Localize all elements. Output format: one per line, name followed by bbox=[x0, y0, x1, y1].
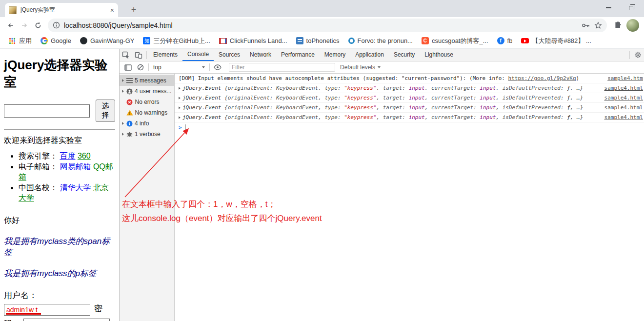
link-360[interactable]: 360 bbox=[78, 152, 91, 160]
console-prompt[interactable]: > bbox=[175, 122, 644, 132]
username-label: 用户名： bbox=[4, 290, 115, 301]
forvo-icon bbox=[348, 38, 355, 44]
page-info-icon[interactable] bbox=[53, 21, 60, 29]
tab-favicon-icon bbox=[9, 6, 17, 14]
bookmark-forvo[interactable]: Forvo: the pronun... bbox=[344, 37, 417, 44]
zhihu-icon: 知 bbox=[143, 37, 150, 44]
annotation-line1: 在文本框中输入了四个：1，w，空格，t； bbox=[122, 197, 322, 211]
tab-network[interactable]: Network bbox=[245, 49, 276, 61]
tab-close-icon[interactable]: × bbox=[110, 6, 114, 14]
devtools-tabbar: Elements Console Sources Network Perform… bbox=[120, 49, 644, 61]
expand-icon[interactable] bbox=[179, 97, 181, 99]
source-link[interactable]: sample4.html bbox=[600, 104, 643, 111]
tab-memory[interactable]: Memory bbox=[320, 49, 350, 61]
tab-elements[interactable]: Elements bbox=[148, 49, 182, 61]
bookmark-facebook[interactable]: f fb bbox=[493, 37, 517, 44]
source-link[interactable]: sample4.html bbox=[600, 114, 643, 120]
select-button[interactable]: 选择 bbox=[96, 100, 115, 122]
source-link[interactable]: sample4.html bbox=[600, 85, 643, 91]
facebook-icon: f bbox=[497, 37, 504, 44]
minimize-button[interactable] bbox=[597, 0, 620, 16]
user-icon bbox=[126, 88, 133, 95]
inspect-element-icon[interactable] bbox=[120, 49, 132, 61]
bookmark-google[interactable]: Google bbox=[36, 37, 76, 44]
bookmark-apps[interactable]: 应用 bbox=[4, 37, 36, 45]
restore-button[interactable] bbox=[620, 0, 642, 16]
expand-icon[interactable] bbox=[122, 90, 124, 93]
sidebar-item-warnings[interactable]: No warnings bbox=[120, 107, 174, 118]
expand-icon[interactable] bbox=[179, 87, 181, 89]
url-bar: localhost:8080/jQuery/sample4.html bbox=[0, 17, 644, 33]
console-sidebar-toggle-icon[interactable] bbox=[121, 61, 134, 74]
expand-icon[interactable] bbox=[179, 116, 181, 119]
tab-lighthouse[interactable]: Lighthouse bbox=[420, 49, 458, 61]
bookmark-zhihu[interactable]: 知 三分钟在GitHub上... bbox=[139, 37, 214, 45]
link-list: 搜索引擎： 百度 360 电子邮箱： 网易邮箱 QQ邮箱 中国名校： 清华大学 … bbox=[4, 151, 115, 203]
device-toolbar-icon[interactable] bbox=[132, 49, 145, 61]
clear-console-icon[interactable] bbox=[134, 61, 147, 74]
back-icon[interactable] bbox=[4, 19, 18, 32]
spellcheck-underline bbox=[6, 313, 41, 315]
filter-input[interactable] bbox=[229, 63, 335, 72]
login-form: 用户名： 密 码： 婚姻状况： 未婚 提交 重 bbox=[4, 290, 115, 321]
gear-icon[interactable] bbox=[631, 49, 644, 61]
source-link[interactable]: sample4.html bbox=[600, 95, 643, 101]
sidebar-item-user-messages[interactable]: 4 user mess... bbox=[120, 86, 174, 97]
new-tab-button[interactable]: + bbox=[128, 4, 140, 16]
tab-strip: jQuery实验室 × + bbox=[0, 0, 644, 17]
reload-icon[interactable] bbox=[31, 19, 45, 32]
address-input[interactable]: localhost:8080/jQuery/sample4.html bbox=[48, 19, 607, 32]
bookmark-tophonetics[interactable]: toPhonetics bbox=[292, 37, 344, 44]
chevron-down-icon bbox=[378, 66, 381, 68]
bookmark-github[interactable]: GavinWang-GY bbox=[76, 37, 139, 44]
bookmark-youtube[interactable]: 【大陸尋奇#882】 ... bbox=[517, 37, 595, 45]
profile-avatar[interactable] bbox=[626, 19, 639, 32]
sidebar-item-errors[interactable]: No errors bbox=[120, 97, 174, 107]
list-item: 电子邮箱： 网易邮箱 QQ邮箱 bbox=[19, 161, 115, 182]
selector-input[interactable] bbox=[4, 104, 90, 118]
browser-tab[interactable]: jQuery实验室 × bbox=[5, 3, 118, 17]
annotation-arrow bbox=[117, 124, 200, 201]
youtube-icon bbox=[521, 38, 529, 43]
annotation-text: 在文本框中输入了四个：1，w，空格，t； 这儿console.log（event… bbox=[122, 197, 322, 225]
console-event-row: jQuery.Event {originalEvent: KeyboardEve… bbox=[175, 93, 644, 103]
password-label-part2: 码： bbox=[4, 318, 20, 321]
tophonetics-icon bbox=[296, 37, 303, 44]
separator bbox=[629, 51, 630, 59]
extensions-icon[interactable] bbox=[611, 19, 624, 32]
link-tsinghua[interactable]: 清华大学 bbox=[60, 183, 91, 192]
myclass-span-text: 我是拥有myclass类的span标签 bbox=[4, 236, 115, 258]
context-selector[interactable]: top bbox=[150, 64, 208, 71]
console-event-row: jQuery.Event {originalEvent: KeyboardEve… bbox=[175, 83, 644, 93]
tab-security[interactable]: Security bbox=[389, 49, 420, 61]
warning-icon bbox=[126, 109, 133, 116]
tab-performance[interactable]: Performance bbox=[276, 49, 320, 61]
chevron-down-icon bbox=[202, 66, 205, 68]
console-event-row: jQuery.Event {originalEvent: KeyboardEve… bbox=[175, 113, 644, 122]
tab-application[interactable]: Application bbox=[350, 49, 389, 61]
bookmark-clickfunnels[interactable]: ClickFunnels Land... bbox=[215, 37, 292, 44]
link-163mail[interactable]: 网易邮箱 bbox=[60, 162, 91, 171]
github-icon bbox=[80, 37, 87, 44]
bookmark-csdn[interactable]: C csucsgoat的博客_... bbox=[417, 37, 493, 45]
source-link[interactable]: sample4.htm bbox=[603, 75, 643, 81]
tab-sources[interactable]: Sources bbox=[214, 49, 245, 61]
list-item: 中国名校： 清华大学 北京大学 bbox=[19, 182, 115, 203]
expand-icon[interactable] bbox=[122, 79, 124, 82]
password-key-icon[interactable] bbox=[582, 22, 590, 29]
bookmark-star-icon[interactable] bbox=[594, 21, 602, 29]
log-levels-dropdown[interactable]: Default levels bbox=[340, 64, 381, 71]
forward-icon[interactable] bbox=[18, 19, 31, 32]
separator bbox=[146, 51, 147, 59]
apps-grid-icon bbox=[8, 37, 16, 45]
password-input[interactable] bbox=[23, 319, 110, 321]
link-baidu[interactable]: 百度 bbox=[60, 152, 75, 160]
expand-icon[interactable] bbox=[179, 106, 181, 109]
tab-console[interactable]: Console bbox=[182, 49, 214, 61]
more-info-link[interactable]: https://goo.gl/9p2vKq bbox=[508, 75, 576, 81]
sidebar-item-messages[interactable]: 5 messages bbox=[120, 75, 174, 86]
live-expression-eye-icon[interactable] bbox=[211, 61, 224, 74]
hello-text: 你好 bbox=[4, 216, 115, 226]
list-icon bbox=[126, 77, 133, 84]
url-text[interactable]: localhost:8080/jQuery/sample4.html bbox=[64, 21, 578, 29]
